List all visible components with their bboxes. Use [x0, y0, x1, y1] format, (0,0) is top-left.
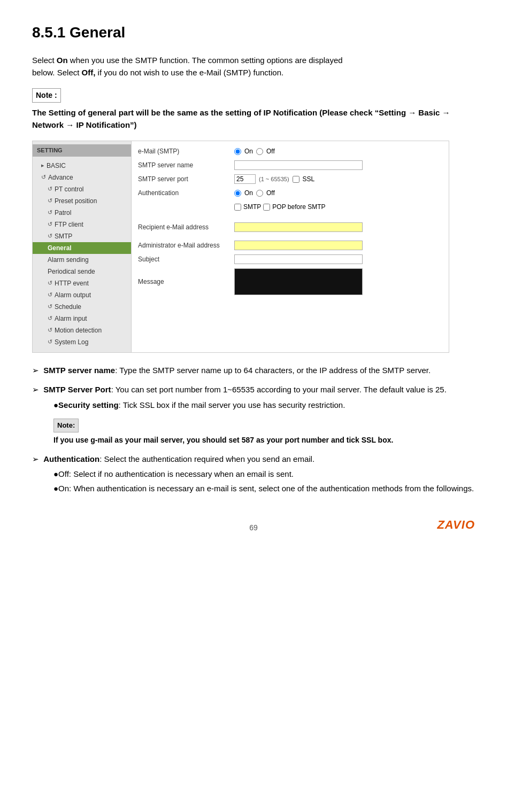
- bullet-dot-3: ●: [53, 484, 58, 493]
- recipient-input[interactable]: [234, 222, 363, 232]
- page-title: 8.5.1 General: [32, 21, 475, 44]
- email-smtp-radios: On Off: [234, 146, 275, 156]
- smtp-pop-row: SMTP POP before SMTP: [138, 202, 442, 212]
- pop-before-checkbox[interactable]: [263, 204, 270, 211]
- pop-before-label: POP before SMTP: [272, 202, 325, 212]
- intro-bold-off: Off,: [82, 68, 96, 77]
- authentication-label: Authentication: [138, 188, 234, 198]
- sidebar-label-ftp: FTP client: [55, 220, 83, 229]
- security-bold: Security setting: [58, 400, 119, 409]
- sidebar-item-patrol[interactable]: ↺ Patrol: [33, 207, 131, 219]
- auth-off-radio[interactable]: [256, 190, 263, 197]
- smtp-on-label: On: [244, 146, 253, 156]
- ssl-checkbox[interactable]: [293, 176, 299, 183]
- sidebar-item-alarm-output[interactable]: ↺ Alarm output: [33, 289, 131, 301]
- subject-label: Subject: [138, 254, 234, 264]
- sidebar-item-schedule[interactable]: ↺ Schedule: [33, 301, 131, 313]
- smtp-server-port-row: SMTP server port 25 (1 ~ 65535) SSL: [138, 174, 442, 184]
- message-label: Message: [138, 277, 234, 287]
- sidebar-section: ▸ BASIC ↺ Advance ↺ PT control ↺ Preset …: [33, 159, 131, 349]
- security-setting-indent: ●Security setting: Tick SSL box if the m…: [32, 399, 475, 412]
- syslog-icon: ↺: [48, 337, 52, 346]
- smtp-port-para: ➢ SMTP Server Port: You can set port num…: [32, 384, 475, 396]
- smtp-off-radio[interactable]: [256, 148, 263, 155]
- admin-email-input[interactable]: [234, 241, 363, 250]
- smtp-pop-checkboxes: SMTP POP before SMTP: [234, 202, 326, 212]
- sidebar-item-ftp[interactable]: ↺ FTP client: [33, 219, 131, 230]
- ssl-label: SSL: [303, 174, 315, 184]
- note-label: Note :: [32, 88, 61, 103]
- sidebar-label-alarm-sending: Alarm sending: [48, 255, 89, 265]
- bullet-dot-1: ●: [53, 400, 58, 409]
- smtp-server-name-input[interactable]: [234, 160, 363, 170]
- port-group: 25 (1 ~ 65535) SSL: [234, 174, 314, 184]
- smtp-on-radio[interactable]: [234, 148, 241, 155]
- email-smtp-label: e-Mail (SMTP): [138, 146, 234, 156]
- smtp-server-name-label: SMTP server name: [138, 160, 234, 170]
- page-number: 69: [249, 522, 258, 533]
- off-bullet: ●Off: Select if no authentication is nec…: [32, 468, 475, 481]
- smtp-icon: ↺: [48, 231, 52, 241]
- zavio-logo: ZAVIO: [437, 516, 475, 533]
- on-bullet-text: On: When authentication is necessary an …: [58, 484, 474, 493]
- port-input[interactable]: 25: [234, 174, 256, 184]
- sidebar-item-periodical[interactable]: Periodical sende: [33, 266, 131, 277]
- gmail-note-text: If you use g-mail as your mail server, y…: [53, 435, 475, 446]
- note-text: The Setting of general part will be the …: [32, 107, 475, 131]
- auth-para: ➢ Authentication: Select the authenticat…: [32, 453, 475, 466]
- sidebar-item-smtp[interactable]: ↺ SMTP: [33, 230, 131, 242]
- arrow-2: ➢: [32, 385, 39, 394]
- sidebar-label-patrol: Patrol: [55, 208, 71, 218]
- sidebar-item-advance[interactable]: ↺ Advance: [33, 172, 131, 183]
- recipient-label: Recipient e-Mail address: [138, 222, 234, 232]
- sidebar-item-motion[interactable]: ↺ Motion detection: [33, 324, 131, 336]
- intro-text-1b: when you use the SMTP function. The comm…: [68, 56, 343, 65]
- bullet-dot-2: ●: [53, 469, 58, 478]
- sidebar-item-general[interactable]: General: [33, 242, 131, 254]
- sidebar-label-periodical: Periodical sende: [48, 267, 95, 276]
- sidebar-item-preset[interactable]: ↺ Preset position: [33, 195, 131, 207]
- smtp-name-bullet: ➢ SMTP server name: Type the SMTP server…: [32, 365, 475, 377]
- alarm-out-icon: ↺: [48, 290, 52, 299]
- message-input[interactable]: [234, 268, 363, 295]
- inline-note-label: Note:: [53, 419, 79, 432]
- smtp-off-label: Off: [266, 146, 275, 156]
- sidebar-item-pt[interactable]: ↺ PT control: [33, 183, 131, 195]
- sidebar-label-motion: Motion detection: [55, 326, 102, 335]
- smtp-server-port-label: SMTP server port: [138, 174, 234, 184]
- auth-on-radio[interactable]: [234, 190, 241, 197]
- gmail-note-indent: Note: If you use g-mail as your mail ser…: [32, 419, 475, 446]
- smtp-checkbox[interactable]: [234, 204, 241, 211]
- auth-on-label: On: [244, 188, 253, 198]
- smtp-check-label: SMTP: [243, 202, 261, 212]
- preset-icon: ↺: [48, 196, 52, 205]
- subject-input[interactable]: [234, 254, 363, 264]
- basic-icon: ▸: [41, 161, 44, 170]
- sidebar-item-alarm-sending[interactable]: Alarm sending: [33, 254, 131, 266]
- off-bullet-text: Off: Select if no authentication is nece…: [58, 469, 294, 478]
- intro-text-1: Select: [32, 56, 57, 65]
- smtp-name-bold: SMTP server name: [43, 366, 115, 375]
- sidebar-item-basic[interactable]: ▸ BASIC: [33, 160, 131, 172]
- email-smtp-row: e-Mail (SMTP) On Off: [138, 146, 442, 156]
- sidebar-label-alarm-output: Alarm output: [55, 290, 91, 300]
- content-body: ➢ SMTP server name: Type the SMTP server…: [32, 365, 475, 495]
- sidebar-item-syslog[interactable]: ↺ System Log: [33, 336, 131, 348]
- auth-text: : Select the authentication required whe…: [99, 454, 314, 463]
- sidebar-label-schedule: Schedule: [55, 302, 81, 312]
- sidebar-label-preset: Preset position: [55, 196, 97, 206]
- motion-icon: ↺: [48, 326, 52, 335]
- sidebar: SETTING ▸ BASIC ↺ Advance ↺ PT control ↺…: [33, 141, 132, 352]
- recipient-row: Recipient e-Mail address: [138, 222, 442, 232]
- message-row: Message: [138, 268, 442, 295]
- note-section: Note : The Setting of general part will …: [32, 88, 475, 131]
- auth-off-label: Off: [266, 188, 275, 198]
- sidebar-item-http[interactable]: ↺ HTTP event: [33, 277, 131, 289]
- sidebar-label-basic: BASIC: [47, 161, 66, 171]
- sidebar-item-alarm-input[interactable]: ↺ Alarm input: [33, 313, 131, 324]
- smtp-port-bold: SMTP Server Port: [43, 385, 111, 394]
- ftp-icon: ↺: [48, 220, 52, 229]
- sidebar-label-pt: PT control: [55, 184, 83, 194]
- smtp-server-name-row: SMTP server name: [138, 160, 442, 170]
- smtp-port-text: : You can set port number from 1~65535 a…: [111, 385, 447, 394]
